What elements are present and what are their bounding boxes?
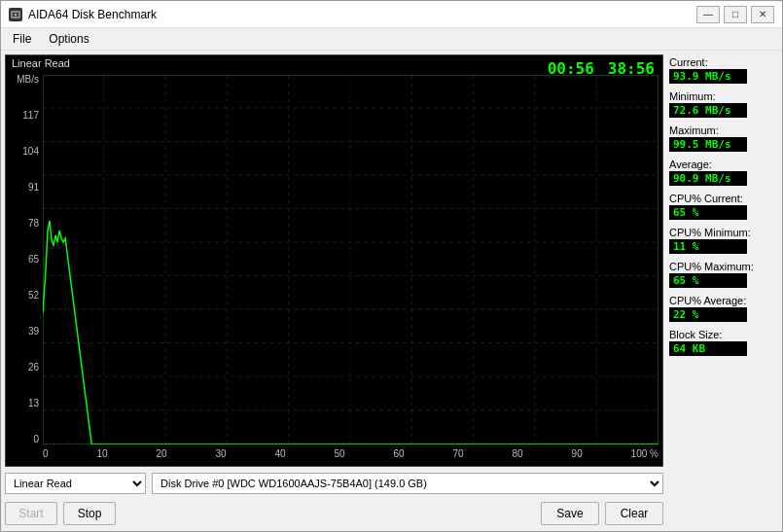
bottom-row: Linear Read Disk Drive #0 [WDC WD1600AAJ… [5, 471, 663, 496]
x-label-80: 80 [513, 448, 523, 459]
timer1: 00:56 [548, 59, 594, 78]
y-label-117: 117 [6, 111, 43, 121]
minimum-label: Minimum: [669, 90, 778, 102]
stat-cpu-minimum: CPU% Minimum: 11 % [669, 227, 778, 254]
x-label-50: 50 [335, 448, 345, 459]
svg-rect-7 [43, 75, 658, 444]
main-window: AIDA64 Disk Benchmark — □ ✕ File Options… [0, 0, 783, 532]
menu-bar: File Options [1, 28, 782, 51]
button-row: Start Stop Save Clear [5, 500, 663, 527]
y-label-unit: MB/s [6, 75, 43, 85]
cpu-minimum-label: CPU% Minimum: [669, 227, 778, 238]
cpu-current-value: 65 % [669, 205, 747, 220]
save-button[interactable]: Save [541, 502, 599, 525]
stat-block-size: Block Size: 64 KB [669, 329, 778, 356]
maximum-label: Maximum: [669, 124, 778, 136]
chart-svg [43, 75, 658, 444]
title-bar: AIDA64 Disk Benchmark — □ ✕ [1, 1, 782, 28]
cpu-maximum-label: CPU% Maximum: [669, 261, 778, 272]
current-label: Current: [669, 56, 778, 68]
window-title: AIDA64 Disk Benchmark [28, 8, 157, 21]
stat-average: Average: 90.9 MB/s [669, 159, 778, 186]
timer2: 38:56 [608, 59, 655, 78]
x-label-40: 40 [275, 448, 286, 459]
maximize-button[interactable]: □ [724, 6, 747, 23]
cpu-minimum-value: 11 % [669, 239, 747, 254]
chart-container: Linear Read 00:56 38:56 MB/s 117 104 91 … [5, 54, 663, 467]
app-icon [9, 8, 22, 21]
y-label-78: 78 [6, 219, 43, 229]
main-panel: Linear Read 00:56 38:56 MB/s 117 104 91 … [5, 54, 663, 527]
x-axis: 0 10 20 30 40 50 60 70 80 90 100 % [43, 446, 658, 466]
x-label-0: 0 [43, 448, 49, 459]
y-label-26: 26 [6, 363, 43, 372]
minimize-button[interactable]: — [696, 6, 720, 23]
stats-panel: Current: 93.9 MB/s Minimum: 72.6 MB/s Ma… [669, 54, 778, 527]
y-label-0: 0 [6, 435, 43, 444]
clear-button[interactable]: Clear [605, 502, 663, 525]
x-label-100: 100 % [631, 448, 658, 459]
current-value: 93.9 MB/s [669, 69, 747, 84]
y-label-65: 65 [6, 255, 43, 265]
content-area: Linear Read 00:56 38:56 MB/s 117 104 91 … [1, 51, 782, 531]
timers: 00:56 38:56 [548, 59, 655, 78]
x-label-90: 90 [572, 448, 583, 459]
stat-maximum: Maximum: 99.5 MB/s [669, 124, 778, 152]
cpu-average-label: CPU% Average: [669, 295, 778, 306]
stat-minimum: Minimum: 72.6 MB/s [669, 90, 778, 118]
menu-file[interactable]: File [5, 30, 39, 48]
y-label-91: 91 [6, 183, 43, 193]
title-bar-left: AIDA64 Disk Benchmark [9, 8, 157, 21]
block-size-label: Block Size: [669, 329, 778, 340]
x-label-70: 70 [453, 448, 464, 459]
minimum-value: 72.6 MB/s [669, 103, 747, 118]
start-button[interactable]: Start [5, 502, 57, 525]
chart-draw-area [43, 75, 658, 444]
average-value: 90.9 MB/s [669, 171, 747, 186]
disk-dropdown[interactable]: Disk Drive #0 [WDC WD1600AAJS-75B4A0] (1… [152, 473, 663, 494]
x-label-30: 30 [215, 448, 226, 459]
close-button[interactable]: ✕ [751, 6, 774, 23]
stat-cpu-current: CPU% Current: 65 % [669, 193, 778, 220]
y-axis: MB/s 117 104 91 78 65 52 39 26 13 0 [6, 75, 43, 444]
stop-button[interactable]: Stop [63, 502, 116, 525]
average-label: Average: [669, 159, 778, 170]
stat-current: Current: 93.9 MB/s [669, 56, 778, 84]
y-label-13: 13 [6, 399, 43, 408]
cpu-maximum-value: 65 % [669, 273, 747, 288]
stat-cpu-average: CPU% Average: 22 % [669, 295, 778, 322]
y-label-52: 52 [6, 291, 43, 301]
svg-point-2 [15, 13, 18, 16]
window-controls: — □ ✕ [696, 6, 774, 23]
block-size-value: 64 KB [669, 341, 747, 356]
cpu-current-label: CPU% Current: [669, 193, 778, 204]
chart-title: Linear Read [12, 57, 70, 69]
x-label-10: 10 [96, 448, 107, 459]
test-dropdown[interactable]: Linear Read [5, 473, 146, 494]
menu-options[interactable]: Options [41, 30, 96, 48]
maximum-value: 99.5 MB/s [669, 137, 747, 152]
x-label-60: 60 [394, 448, 405, 459]
stat-cpu-maximum: CPU% Maximum: 65 % [669, 261, 778, 288]
x-label-20: 20 [156, 448, 166, 459]
y-label-104: 104 [6, 147, 43, 157]
cpu-average-value: 22 % [669, 307, 747, 322]
y-label-39: 39 [6, 327, 43, 337]
